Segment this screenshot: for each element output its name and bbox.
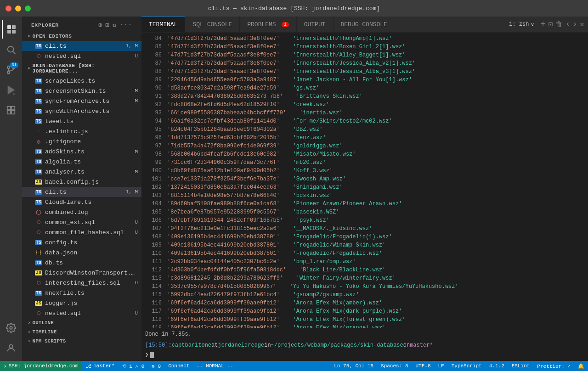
file-name: DiscordWinstonTransport.js bbox=[45, 270, 138, 276]
open-editor-cli-ts[interactable]: TS cli.ts 1, M bbox=[22, 41, 141, 51]
file-name: common_file_hashes.sql bbox=[45, 229, 133, 236]
file-nested-sql[interactable]: ⬡ nested.sql U bbox=[22, 308, 141, 318]
line-content: '3537c9557e978c7d4b1580858289967' 'Yu Yu… bbox=[167, 282, 584, 291]
svg-rect-14 bbox=[7, 111, 11, 114]
npm-arrow: › bbox=[28, 338, 31, 344]
file-eslintrc[interactable]: ○ .eslintrc.js bbox=[22, 126, 141, 136]
outline-section[interactable]: › OUTLINE bbox=[22, 318, 141, 327]
window-controls[interactable] bbox=[6, 6, 31, 11]
activity-account[interactable] bbox=[2, 339, 20, 357]
line-content: '8815114b4e10de98e577b87e78e66840' 'bdsk… bbox=[167, 191, 584, 200]
file-sync-from-archive[interactable]: TS syncFromArchive.ts M bbox=[22, 96, 141, 106]
file-scrape-likes[interactable]: TS scrapeLikes.ts bbox=[22, 76, 141, 86]
refresh-icon[interactable]: ↻ bbox=[113, 21, 117, 29]
activity-search[interactable] bbox=[2, 40, 20, 59]
file-algolia[interactable]: TS algolia.ts bbox=[22, 157, 141, 167]
line-content: '71db557a4a472f8ba096efc14e069f39' 'gold… bbox=[167, 142, 584, 150]
skin-database-section[interactable]: ▾ SKIN-DATABASE [SSH: JORDANELDRE... bbox=[22, 61, 141, 76]
table-row: 86'47d771d3f27b73dadf5aaadf3e8f0ee7' 'In… bbox=[141, 51, 588, 59]
terminal-output[interactable]: 84'47d771d3f27b73dadf5aaadf3e8f0ee7' 'In… bbox=[141, 33, 588, 328]
js-icon: JS bbox=[35, 299, 42, 307]
new-file-icon[interactable]: ⊕ bbox=[98, 21, 102, 29]
errors-label: ⊗ 0 bbox=[152, 363, 161, 369]
line-content: 'fdc8868e2fe6fd6d5d4ea62d18529f10' 'cree… bbox=[167, 101, 584, 109]
file-discord-winston[interactable]: JS DiscordWinstonTransport.js bbox=[22, 268, 141, 278]
file-tweet[interactable]: TS tweet.ts bbox=[22, 116, 141, 126]
status-encoding[interactable]: UTF-8 bbox=[412, 363, 435, 369]
timeline-arrow: › bbox=[28, 329, 31, 335]
file-common-ext-sql[interactable]: ⬡ common_ext.sql U bbox=[22, 217, 141, 227]
activity-extensions[interactable] bbox=[2, 101, 20, 119]
tab-terminal[interactable]: TERMINAL bbox=[141, 17, 185, 32]
tab-problems[interactable]: PROBLEMS 1 bbox=[240, 17, 296, 32]
line-content: '409e136195b4ec441699b20ebd387801' 'Frog… bbox=[167, 233, 584, 241]
status-spaces[interactable]: Spaces: 8 bbox=[377, 363, 412, 369]
prettier-label: Prettier: ✓ bbox=[537, 363, 571, 369]
close-button[interactable] bbox=[6, 6, 11, 11]
activity-explorer[interactable] bbox=[2, 20, 20, 39]
table-row: 111'2c92bb034eac04144e405c2307bc6c2e' 'b… bbox=[141, 258, 588, 266]
status-bell[interactable]: 🔔 bbox=[574, 363, 588, 369]
status-mode[interactable]: -- NORMAL -- bbox=[193, 361, 237, 371]
line-content: '409e136195b4ec441699b20ebd387801' 'Frog… bbox=[167, 249, 584, 258]
file-cli-ts[interactable]: TS cli.ts 1, M bbox=[22, 187, 141, 197]
collapse-icon[interactable]: ··· bbox=[119, 21, 132, 29]
chevron-left-icon[interactable]: ‹ bbox=[565, 20, 570, 28]
file-logger[interactable]: JS logger.js bbox=[22, 298, 141, 308]
file-sync-with-archive[interactable]: TS syncWithArchive.ts bbox=[22, 106, 141, 116]
table-row: 88'47d771d3f27b73dadf5aaadf3e8f0ee7' 'In… bbox=[141, 67, 588, 76]
split-terminal-icon[interactable]: ⊡ bbox=[548, 20, 553, 29]
line-content: '04f2f76ec213e0e1fc318155eec2a2a6' '__MA… bbox=[167, 225, 584, 233]
maximize-button[interactable] bbox=[25, 6, 31, 11]
status-eslint[interactable]: ESLint bbox=[508, 363, 534, 369]
activity-settings[interactable] bbox=[2, 319, 20, 337]
file-name: babel.config.js bbox=[45, 179, 138, 186]
status-ssh[interactable]: ⚡ SSH: jordaneldredge.com bbox=[0, 361, 82, 371]
file-screenshot-skin[interactable]: TS screenshotSkin.ts M bbox=[22, 86, 141, 96]
terminal-select[interactable]: 1: zsh ∨ bbox=[505, 21, 537, 28]
status-connect[interactable]: Connect bbox=[164, 361, 193, 371]
minimize-button[interactable] bbox=[15, 6, 21, 11]
file-name: nested.sql bbox=[45, 310, 133, 317]
status-errors[interactable]: ⊗ 0 bbox=[148, 361, 164, 371]
add-terminal-icon[interactable]: + bbox=[541, 20, 546, 29]
file-data-json[interactable]: {} data.json bbox=[22, 247, 141, 258]
file-add-skins[interactable]: TS addSkins.ts M bbox=[22, 146, 141, 157]
status-eol[interactable]: LF bbox=[435, 363, 448, 369]
status-prettier[interactable]: Prettier: ✓ bbox=[533, 363, 574, 369]
table-row: 99'731cc6f72d344960c359f7daa73c776f' 'mb… bbox=[141, 158, 588, 167]
table-row: 107'04f2f76ec213e0e1fc318155eec2a2a6' '_… bbox=[141, 225, 588, 233]
file-gitignore[interactable]: ◎ .gitignore bbox=[22, 136, 141, 146]
status-language[interactable]: TypeScript bbox=[448, 363, 486, 369]
tab-output[interactable]: OUTPUT bbox=[297, 17, 334, 32]
file-config[interactable]: TS config.ts bbox=[22, 237, 141, 247]
file-interesting-files[interactable]: ⬡ interesting_files.sql U bbox=[22, 278, 141, 288]
kill-terminal-icon[interactable]: 🗑 bbox=[555, 20, 563, 29]
file-knexfile[interactable]: TS knexfile.ts bbox=[22, 288, 141, 298]
timeline-section[interactable]: › TIMELINE bbox=[22, 327, 141, 337]
status-version[interactable]: 4.1.2 bbox=[486, 363, 508, 369]
file-common-file-hashes[interactable]: ⬡ common_file_hashes.sql U bbox=[22, 227, 141, 237]
line-number: 109 bbox=[145, 241, 162, 249]
tab-sql-console[interactable]: SQL CONSOLE bbox=[185, 17, 240, 32]
activity-run[interactable] bbox=[2, 81, 20, 99]
status-branch[interactable]: ⎇ master* bbox=[82, 361, 118, 371]
status-line-col[interactable]: Ln 75, Col 15 bbox=[330, 363, 377, 369]
close-panel-icon[interactable]: ✕ bbox=[580, 20, 584, 29]
line-number: 91 bbox=[145, 92, 162, 101]
open-editors-section[interactable]: ▾ OPEN EDITORS bbox=[22, 32, 141, 41]
tab-debug-console[interactable]: DEBUG CONSOLE bbox=[334, 17, 395, 32]
file-babel-config[interactable]: JS babel.config.js bbox=[22, 177, 141, 187]
status-sync[interactable]: ⟲ 1 △ 0 bbox=[119, 361, 148, 371]
file-analyser[interactable]: TS analyser.ts M bbox=[22, 167, 141, 177]
file-name: .eslintrc.js bbox=[45, 128, 138, 135]
file-combined-log[interactable]: ⬡ combined.log bbox=[22, 207, 141, 217]
open-editor-nested-sql[interactable]: ⬡ nested.sql U bbox=[22, 51, 141, 61]
activity-git[interactable]: 31 bbox=[2, 61, 20, 79]
file-db[interactable]: TS db.ts bbox=[22, 258, 141, 268]
npm-scripts-section[interactable]: › NPM SCRIPTS bbox=[22, 337, 141, 346]
chevron-right-icon[interactable]: › bbox=[573, 20, 577, 28]
new-folder-icon[interactable]: ⊡ bbox=[106, 21, 110, 29]
eslint-icon: ○ bbox=[35, 128, 42, 135]
file-cloudflare[interactable]: TS CloudFlare.ts bbox=[22, 197, 141, 207]
